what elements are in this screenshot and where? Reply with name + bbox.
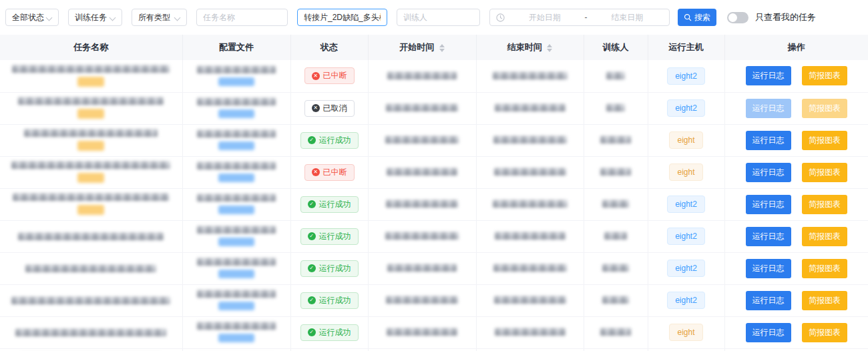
run-log-button[interactable]: 运行日志: [746, 66, 791, 85]
report-chart-button[interactable]: 简报图表: [802, 259, 847, 278]
redacted-config-link[interactable]: [218, 109, 254, 118]
redacted-config-name: [197, 130, 276, 137]
redacted-config-name: [197, 162, 276, 169]
redacted-config-link[interactable]: [218, 334, 254, 342]
cell-start-time: [368, 60, 476, 92]
report-chart-button[interactable]: 简报图表: [802, 66, 847, 85]
host-tag: eight: [669, 131, 702, 149]
chevron-down-icon: [175, 15, 180, 20]
redacted-trainer: [602, 296, 629, 304]
cell-status: ✕ 已中断: [290, 60, 368, 92]
search-button[interactable]: 搜索: [678, 9, 716, 26]
report-chart-button[interactable]: 简报图表: [802, 227, 847, 246]
date-range-picker[interactable]: 开始日期 - 结束日期: [489, 9, 670, 26]
header-task-name: 任务名称: [0, 35, 182, 60]
redacted-trainer: [602, 200, 629, 208]
run-log-button[interactable]: 运行日志: [746, 259, 791, 278]
redacted-end-time: [495, 232, 566, 240]
status-badge: ✕ 已中断: [304, 164, 355, 181]
cell-end-time: [476, 220, 584, 252]
redacted-start-time: [387, 328, 457, 336]
run-log-button[interactable]: 运行日志: [746, 291, 791, 310]
cell-host: eight: [648, 156, 724, 188]
type-filter-value: 所有类型: [138, 12, 170, 23]
redacted-task-name: [24, 129, 158, 137]
cell-end-time: [476, 156, 584, 188]
report-chart-button[interactable]: 简报图表: [802, 99, 847, 118]
report-chart-button[interactable]: 简报图表: [802, 195, 847, 214]
task-name-input[interactable]: [203, 13, 281, 22]
status-filter-value: 全部状态: [12, 12, 44, 23]
redacted-task-name: [12, 65, 170, 73]
redacted-start-time: [387, 264, 457, 272]
report-chart-button[interactable]: 简报图表: [802, 131, 847, 150]
table-row: ✕ 已中断 eight 运行日志 简报图表: [0, 156, 868, 188]
keyword-input[interactable]: [304, 13, 381, 22]
redacted-config-link[interactable]: [218, 206, 254, 214]
cell-status: ✓ 运行成功: [290, 348, 368, 351]
run-log-button[interactable]: 运行日志: [746, 195, 791, 214]
host-tag: eight2: [667, 196, 705, 213]
redacted-task-tag: [77, 205, 104, 215]
redacted-config-name: [197, 226, 276, 234]
redacted-config-link[interactable]: [218, 302, 254, 310]
redacted-config-name: [197, 322, 276, 330]
cell-host: eight: [648, 124, 724, 156]
chevron-down-icon: [110, 15, 116, 20]
toggle-knob: [728, 13, 737, 22]
cell-start-time: [368, 348, 476, 351]
cell-config-file: [182, 220, 290, 252]
cell-actions: 运行日志 简报图表: [724, 220, 868, 252]
run-log-button[interactable]: 运行日志: [746, 323, 791, 342]
redacted-config-link[interactable]: [218, 173, 254, 182]
trainer-input[interactable]: [403, 13, 473, 22]
report-chart-button[interactable]: 简报图表: [802, 163, 847, 182]
redacted-start-time: [386, 296, 458, 304]
header-config-file: 配置文件: [182, 35, 290, 60]
cell-trainer: [584, 348, 648, 351]
cell-task-name: [0, 188, 182, 220]
run-log-button[interactable]: 运行日志: [746, 163, 791, 182]
redacted-task-tag: [77, 109, 104, 119]
cell-actions: 运行日志 简报图表: [724, 188, 868, 220]
run-log-button[interactable]: 运行日志: [746, 99, 791, 118]
sort-icon[interactable]: [439, 44, 445, 52]
cell-trainer: [584, 92, 648, 124]
cell-config-file: [182, 124, 290, 156]
status-icon: ✓: [308, 232, 316, 240]
cell-actions: 运行日志 简报图表: [724, 252, 868, 284]
end-date-input[interactable]: 结束日期: [592, 12, 664, 23]
cell-host: eight2: [648, 92, 724, 124]
report-chart-button[interactable]: 简报图表: [802, 323, 847, 342]
cell-actions: 运行日志 简报图表: [724, 156, 868, 188]
run-log-button[interactable]: 运行日志: [746, 227, 791, 246]
date-separator: -: [585, 13, 588, 22]
header-host: 运行主机: [648, 35, 724, 60]
status-badge: ✓ 运行成功: [300, 228, 359, 245]
start-date-input[interactable]: 开始日期: [509, 12, 581, 23]
cell-status: ✓ 运行成功: [290, 316, 368, 348]
redacted-config-link[interactable]: [218, 270, 254, 278]
report-chart-button[interactable]: 简报图表: [802, 291, 847, 310]
type-filter-select[interactable]: 所有类型: [132, 9, 187, 26]
cell-end-time: [476, 252, 584, 284]
status-filter-select[interactable]: 全部状态: [5, 9, 59, 26]
cell-end-time: [476, 348, 584, 351]
redacted-config-link[interactable]: [218, 141, 254, 150]
run-log-button[interactable]: 运行日志: [746, 131, 791, 150]
status-icon: ✕: [312, 104, 320, 112]
cell-start-time: [368, 188, 476, 220]
status-badge: ✓ 运行成功: [300, 132, 359, 149]
search-icon: [684, 13, 692, 21]
redacted-config-link[interactable]: [218, 77, 254, 86]
my-tasks-toggle[interactable]: [727, 12, 748, 23]
category-filter-select[interactable]: 训练任务: [68, 9, 122, 26]
redacted-config-link[interactable]: [218, 238, 254, 246]
cell-task-name: [0, 156, 182, 188]
cell-actions: 运行日志 简报图表: [724, 92, 868, 124]
cell-trainer: [584, 284, 648, 316]
cell-start-time: [368, 316, 476, 348]
cell-host: eight2: [648, 284, 724, 316]
cell-config-file: [182, 92, 290, 124]
sort-icon[interactable]: [547, 44, 552, 52]
